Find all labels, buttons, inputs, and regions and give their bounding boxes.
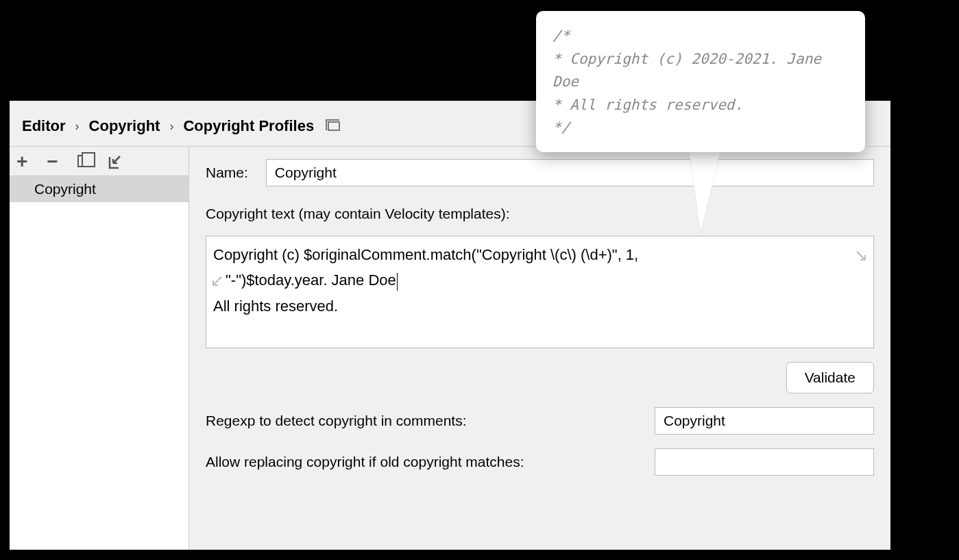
validate-row: Validate — [206, 362, 874, 393]
import-icon — [108, 155, 123, 170]
name-row: Name: — [206, 159, 874, 186]
allow-replace-input[interactable] — [655, 448, 874, 476]
profiles-list: Copyright — [10, 176, 189, 550]
profile-item-copyright[interactable]: Copyright — [10, 176, 189, 202]
regexp-row: Regexp to detect copyright in comments: — [206, 407, 874, 435]
copy-button[interactable] — [77, 154, 88, 170]
chevron-right-icon: › — [169, 119, 173, 134]
allow-replace-row: Allow replacing copyright if old copyrig… — [206, 448, 874, 476]
tooltip-line: */ — [553, 117, 849, 140]
name-label: Name: — [206, 165, 248, 181]
window-icon — [328, 121, 340, 131]
preview-tooltip: /* * Copyright (c) 2020-2021. Jane Doe *… — [536, 11, 865, 152]
validate-button[interactable]: Validate — [786, 362, 874, 393]
copyright-text-label: Copyright text (may contain Velocity tem… — [206, 206, 874, 222]
tooltip-line: * All rights reserved. — [553, 94, 849, 117]
copyright-text-input[interactable]: Copyright (c) $originalComment.match("Co… — [206, 236, 874, 348]
profile-form: Name: Copyright text (may contain Veloci… — [189, 147, 890, 550]
add-button[interactable] — [16, 152, 27, 171]
regexp-label: Regexp to detect copyright in comments: — [206, 413, 467, 429]
panel-body: Copyright Name: Copyright text (may cont… — [10, 146, 890, 550]
remove-button[interactable] — [47, 152, 58, 171]
copy-icon — [77, 155, 88, 167]
text-cursor — [397, 273, 398, 291]
chevron-right-icon: › — [75, 119, 80, 134]
breadcrumb-item-editor[interactable]: Editor — [22, 117, 66, 135]
allow-replace-label: Allow replacing copyright if old copyrig… — [206, 454, 524, 470]
breadcrumb-item-copyright[interactable]: Copyright — [89, 117, 160, 135]
profiles-toolbar — [10, 147, 189, 176]
tooltip-line: * Copyright (c) 2020-2021. Jane Doe — [553, 48, 849, 94]
wrap-down-icon — [855, 245, 868, 270]
settings-panel: Editor › Copyright › Copyright Profiles … — [10, 101, 890, 550]
breadcrumb-item-copyright-profiles[interactable]: Copyright Profiles — [183, 117, 314, 135]
import-button[interactable] — [108, 155, 121, 169]
name-input[interactable] — [266, 159, 874, 186]
tooltip-line: /* — [553, 25, 849, 48]
wrap-up-icon — [210, 270, 223, 295]
regexp-input[interactable] — [655, 407, 874, 435]
profiles-sidebar: Copyright — [10, 147, 189, 550]
copyright-text-wrap: Copyright (c) $originalComment.match("Co… — [206, 236, 874, 348]
